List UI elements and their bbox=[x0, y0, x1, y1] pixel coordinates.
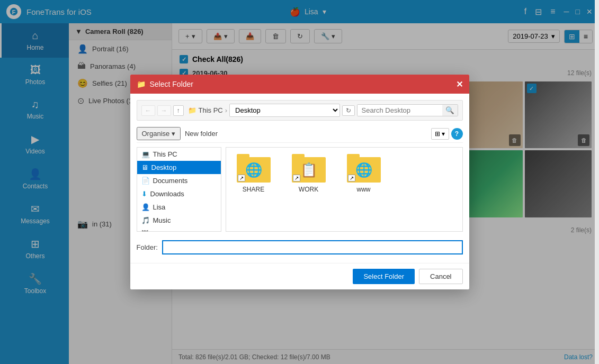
tree-item-documents[interactable]: 📄 Documents bbox=[137, 174, 221, 187]
browser-help-button[interactable]: ? bbox=[451, 128, 463, 140]
file-name-work: WORK bbox=[299, 186, 318, 193]
select-folder-modal: 📁 Select Folder ✕ ← → ↑ 📁 This PC › Desk… bbox=[130, 75, 469, 289]
tree-item-label: This PC bbox=[153, 150, 177, 158]
globe-icon-www: 🌐 bbox=[355, 162, 372, 178]
tree-pc-icon: 💻 bbox=[141, 150, 150, 158]
file-item-share[interactable]: 🌐 ↗ SHARE bbox=[233, 154, 275, 193]
tree-item-pictures[interactable]: 🖼 Pictures bbox=[137, 227, 221, 232]
folder-icon-www: 🌐 ↗ bbox=[347, 154, 381, 183]
tree-item-label: Music bbox=[153, 216, 171, 224]
tree-item-lisa[interactable]: 👤 Lisa bbox=[137, 201, 221, 214]
nav-back-button[interactable]: ← bbox=[141, 105, 155, 116]
tree-item-label: Desktop bbox=[151, 163, 177, 171]
tree-item-label: Pictures bbox=[151, 230, 176, 232]
file-item-work[interactable]: 📋 ↗ WORK bbox=[288, 154, 330, 193]
tree-item-label: Downloads bbox=[150, 190, 184, 198]
shortcut-arrow-www: ↗ bbox=[348, 175, 355, 181]
browser-view-button[interactable]: ⊞ ▾ bbox=[431, 128, 449, 140]
shortcut-arrow-work: ↗ bbox=[293, 175, 300, 181]
modal-header: 📁 Select Folder ✕ bbox=[130, 75, 469, 94]
tree-item-downloads[interactable]: ⬇ Downloads bbox=[137, 187, 221, 201]
tree-docs-icon: 📄 bbox=[141, 177, 150, 185]
organise-button[interactable]: Organise ▾ bbox=[137, 127, 181, 140]
search-input[interactable] bbox=[357, 105, 442, 116]
folder-icon-share: 🌐 ↗ bbox=[237, 154, 271, 183]
modal-close-button[interactable]: ✕ bbox=[456, 79, 463, 89]
modal-footer: Select Folder Cancel bbox=[130, 263, 469, 289]
shortcut-arrow-share: ↗ bbox=[238, 175, 245, 181]
tree-pictures-icon: 🖼 bbox=[141, 230, 148, 232]
breadcrumb-sep: › bbox=[223, 106, 229, 114]
browser-toolbar: Organise ▾ New folder ⊞ ▾ ? bbox=[137, 125, 463, 143]
tree-desktop-icon: 🖥 bbox=[141, 163, 148, 171]
search-button[interactable]: 🔍 bbox=[442, 105, 458, 116]
files-panel: 🌐 ↗ SHARE 📋 ↗ bbox=[226, 147, 463, 232]
nav-refresh-button[interactable]: ↻ bbox=[342, 105, 355, 116]
tree-item-label: Documents bbox=[153, 177, 188, 185]
globe-icon-share: 🌐 bbox=[245, 162, 262, 178]
tree-item-thispc[interactable]: 💻 This PC bbox=[137, 148, 221, 161]
breadcrumb-pc: 📁 bbox=[186, 106, 199, 114]
file-item-www[interactable]: 🌐 ↗ www bbox=[343, 154, 385, 193]
new-folder-button[interactable]: New folder bbox=[181, 128, 222, 139]
nav-forward-button[interactable]: → bbox=[157, 105, 171, 116]
select-folder-button[interactable]: Select Folder bbox=[353, 269, 415, 284]
breadcrumb-area: 📁 This PC › Desktop bbox=[186, 104, 340, 117]
browser-nav: ← → ↑ 📁 This PC › Desktop ↻ 🔍 bbox=[137, 100, 463, 121]
browser-content: 💻 This PC 🖥 Desktop 📄 Documents ⬇ Downlo… bbox=[137, 147, 463, 232]
nav-up-button[interactable]: ↑ bbox=[173, 105, 184, 116]
folder-icon-work: 📋 ↗ bbox=[292, 154, 326, 183]
folder-path-input[interactable] bbox=[162, 240, 463, 254]
modal-overlay: 📁 Select Folder ✕ ← → ↑ 📁 This PC › Desk… bbox=[0, 0, 599, 364]
tree-item-music[interactable]: 🎵 Music bbox=[137, 214, 221, 227]
modal-body: ← → ↑ 📁 This PC › Desktop ↻ 🔍 bbox=[130, 94, 469, 263]
breadcrumb-thispc: This PC bbox=[199, 106, 223, 114]
folder-input-area: Folder: bbox=[137, 238, 463, 257]
file-name-www: www bbox=[357, 186, 371, 193]
modal-folder-icon: 📁 bbox=[137, 80, 146, 88]
doc-icon-work: 📋 bbox=[300, 162, 317, 178]
modal-title-text: Select Folder bbox=[150, 80, 193, 88]
file-name-share: SHARE bbox=[243, 186, 264, 193]
tree-item-label: Lisa bbox=[153, 203, 166, 211]
cancel-button[interactable]: Cancel bbox=[419, 269, 462, 284]
tree-lisa-icon: 👤 bbox=[141, 203, 150, 211]
tree-panel: 💻 This PC 🖥 Desktop 📄 Documents ⬇ Downlo… bbox=[137, 147, 221, 232]
breadcrumb-select[interactable]: Desktop bbox=[229, 104, 339, 117]
folder-label: Folder: bbox=[137, 243, 158, 251]
search-area: 🔍 bbox=[357, 104, 458, 116]
modal-title-area: 📁 Select Folder bbox=[137, 80, 193, 88]
tree-downloads-icon: ⬇ bbox=[141, 190, 147, 198]
tree-item-desktop[interactable]: 🖥 Desktop bbox=[137, 161, 221, 174]
tree-music-icon: 🎵 bbox=[141, 216, 150, 224]
